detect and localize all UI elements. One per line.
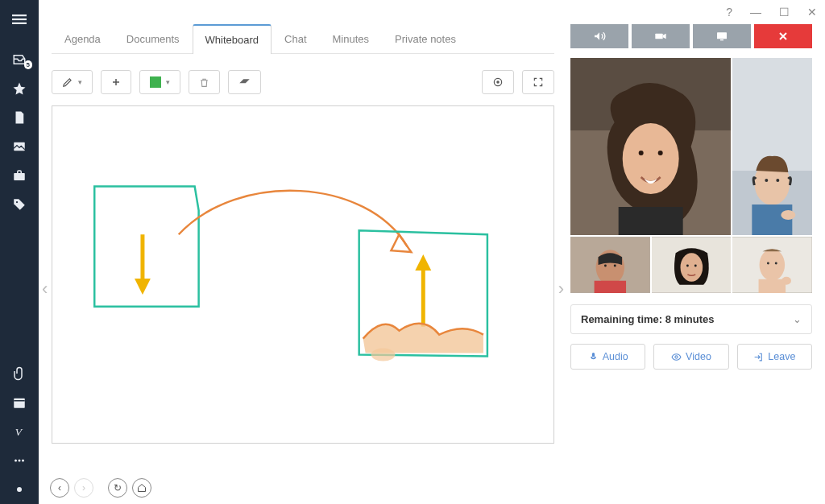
- eraser-tool[interactable]: [228, 70, 261, 94]
- svg-rect-37: [595, 281, 626, 293]
- rail-image[interactable]: [0, 132, 39, 161]
- svg-rect-6: [14, 399, 25, 408]
- svg-rect-20: [720, 39, 723, 40]
- video-grid: [570, 58, 812, 293]
- nav-back[interactable]: ‹: [50, 478, 69, 498]
- nav-refresh[interactable]: ↻: [108, 478, 127, 498]
- svg-rect-49: [759, 279, 786, 293]
- rail-calendar[interactable]: [0, 388, 39, 417]
- svg-point-17: [371, 349, 396, 361]
- tab-chat[interactable]: Chat: [272, 24, 319, 54]
- share-screen-button[interactable]: [693, 24, 751, 48]
- delete-tool[interactable]: [189, 70, 220, 94]
- color-swatch: [150, 76, 161, 88]
- pen-tool[interactable]: ▾: [52, 70, 93, 94]
- video-thumb-1[interactable]: [570, 237, 650, 293]
- close-window-icon[interactable]: ✕: [807, 6, 817, 19]
- maximize-icon[interactable]: ☐: [779, 6, 790, 19]
- fullscreen-tool[interactable]: [522, 70, 554, 94]
- rail-briefcase[interactable]: [0, 161, 39, 190]
- rail-v-icon[interactable]: V: [0, 417, 39, 446]
- video-button[interactable]: Video: [653, 344, 728, 370]
- tab-bar: Agenda Documents Whiteboard Chat Minutes…: [52, 24, 554, 54]
- svg-point-50: [781, 277, 791, 285]
- video-thumb-3[interactable]: [732, 237, 812, 293]
- rail-attachment[interactable]: [0, 359, 39, 388]
- svg-text:V: V: [15, 426, 23, 438]
- nav-home[interactable]: [132, 478, 151, 498]
- svg-point-34: [781, 210, 796, 220]
- color-tool[interactable]: ▾: [139, 70, 180, 94]
- toggle-video-button[interactable]: [632, 24, 690, 48]
- tab-minutes[interactable]: Minutes: [320, 24, 383, 54]
- chevron-down-icon: ⌄: [793, 313, 802, 325]
- audio-button[interactable]: Audio: [570, 344, 645, 370]
- svg-rect-2: [12, 23, 27, 24]
- help-icon[interactable]: ?: [726, 6, 732, 19]
- remaining-time-toggle[interactable]: Remaining time: 8 minutes ⌄: [570, 304, 812, 334]
- rail-more[interactable]: [0, 446, 39, 475]
- leave-button[interactable]: Leave: [737, 344, 812, 370]
- mute-audio-button[interactable]: [570, 24, 628, 48]
- svg-point-9: [15, 460, 17, 462]
- svg-rect-7: [14, 400, 25, 402]
- video-thumb-2[interactable]: [652, 237, 732, 293]
- rail-document[interactable]: [0, 103, 39, 132]
- svg-point-51: [675, 355, 678, 357]
- end-call-button[interactable]: [754, 24, 812, 48]
- svg-point-43: [686, 265, 689, 267]
- svg-point-14: [497, 81, 499, 83]
- remaining-time-text: Remaining time: 8 minutes: [581, 313, 714, 325]
- next-slide[interactable]: ›: [558, 279, 564, 300]
- rail-star[interactable]: [0, 74, 39, 103]
- prev-slide[interactable]: ‹: [42, 279, 48, 300]
- tab-documents[interactable]: Documents: [114, 24, 193, 54]
- add-tool[interactable]: [101, 70, 131, 94]
- svg-point-42: [680, 253, 703, 282]
- tab-agenda[interactable]: Agenda: [52, 24, 114, 54]
- svg-point-5: [16, 201, 18, 203]
- svg-point-12: [17, 487, 22, 492]
- video-participant-side[interactable]: [732, 58, 812, 235]
- minimize-icon[interactable]: —: [750, 6, 761, 19]
- rail-inbox[interactable]: 5: [0, 45, 39, 74]
- svg-point-46: [760, 249, 786, 280]
- svg-point-10: [19, 460, 21, 462]
- svg-rect-0: [12, 14, 27, 16]
- menu-icon[interactable]: [0, 5, 39, 34]
- rail-inbox-count: 5: [24, 60, 32, 69]
- svg-rect-27: [619, 207, 683, 235]
- tab-whiteboard[interactable]: Whiteboard: [193, 24, 272, 54]
- svg-rect-1: [12, 19, 27, 20]
- svg-point-38: [604, 265, 607, 267]
- svg-rect-33: [752, 204, 793, 235]
- rail-tag[interactable]: [0, 190, 39, 219]
- svg-point-11: [22, 460, 24, 462]
- target-tool[interactable]: [482, 70, 514, 94]
- svg-point-48: [775, 262, 777, 265]
- svg-point-44: [694, 265, 696, 267]
- svg-point-25: [639, 151, 644, 155]
- nav-forward[interactable]: ›: [74, 478, 93, 498]
- svg-point-31: [765, 179, 769, 182]
- rail-dot[interactable]: [0, 475, 39, 504]
- tab-private-notes[interactable]: Private notes: [382, 24, 469, 54]
- svg-rect-18: [655, 34, 662, 39]
- video-participant-main[interactable]: [570, 58, 731, 235]
- svg-rect-4: [14, 173, 25, 180]
- svg-rect-19: [717, 32, 727, 39]
- svg-point-47: [767, 262, 769, 265]
- svg-point-26: [658, 151, 663, 155]
- svg-point-32: [777, 179, 780, 182]
- whiteboard-canvas[interactable]: [52, 105, 554, 444]
- svg-point-39: [614, 265, 616, 267]
